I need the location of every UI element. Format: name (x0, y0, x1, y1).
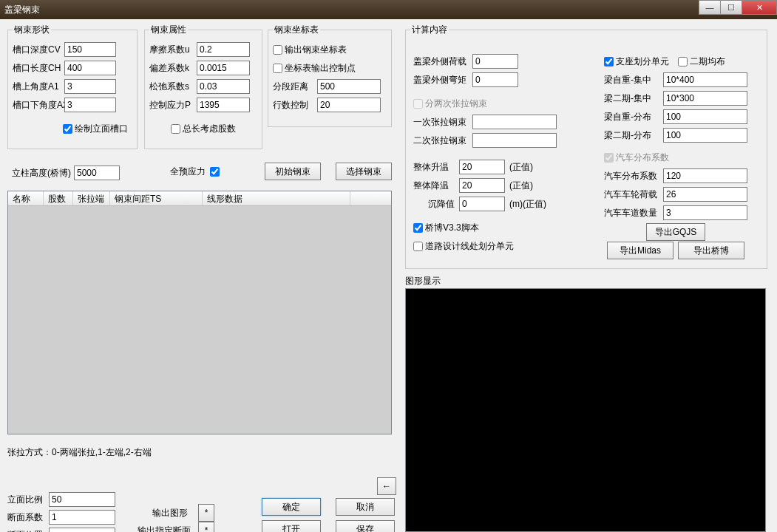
p2-dist-input[interactable] (663, 128, 747, 143)
full-prestress-check[interactable]: 全预应力 (170, 166, 222, 178)
settle-label: 沉降值 (413, 198, 459, 211)
sw-dist-label: 梁自重-分布 (604, 111, 663, 123)
sw-dist-input[interactable] (663, 109, 747, 124)
col-strands[interactable]: 股数 (44, 191, 73, 205)
second-pull-input[interactable] (472, 133, 557, 148)
out-load-input[interactable] (472, 54, 518, 69)
ratio-input[interactable] (49, 492, 115, 507)
col-name[interactable]: 名称 (8, 191, 44, 205)
ch-label: 槽口长度CH (13, 62, 64, 75)
export-midas-button[interactable]: 导出Midas (607, 242, 673, 259)
qb-script-check[interactable]: 桥博V3.3脚本 (413, 222, 479, 234)
s-input[interactable] (197, 79, 250, 94)
p-input[interactable] (197, 98, 250, 112)
support-div-check[interactable]: 支座划分单元 (604, 55, 669, 68)
group-shape: 钢束形状 槽口深度CV 槽口长度CH 槽上角度A1 槽口下角度A2 绘制立面槽口 (7, 24, 138, 149)
a2-input[interactable] (64, 98, 116, 112)
col-ts[interactable]: 钢束间距TS (110, 191, 203, 205)
display-label: 图形显示 (405, 275, 441, 287)
export-gqjs-button[interactable]: 导出GQJS (646, 223, 705, 241)
ratio-label: 立面比例 (7, 494, 49, 506)
p2-conc-label: 梁二期-集中 (604, 92, 663, 105)
temp-up-label: 整体升温 (413, 161, 459, 174)
first-pull-label: 一次张拉钢束 (413, 116, 472, 129)
out-fig-label: 输出图形 (152, 508, 188, 518)
rows-label: 行数控制 (273, 99, 317, 112)
out-fig-button[interactable]: * (198, 504, 214, 522)
col-pullend[interactable]: 张拉端 (73, 191, 110, 205)
out-load-label: 盖梁外侧荷载 (413, 55, 472, 68)
list-header: 名称 股数 张拉端 钢束间距TS 线形数据 (8, 191, 391, 206)
out-moment-input[interactable] (472, 72, 518, 87)
draw-slot-check[interactable]: 绘制立面槽口 (63, 123, 128, 135)
second-pull-label: 二次张拉钢束 (413, 134, 472, 147)
sec-coef-label: 断面系数 (7, 511, 49, 524)
cv-label: 槽口深度CV (13, 44, 64, 56)
attr-legend: 钢束属性 (149, 24, 188, 36)
settle-input[interactable] (459, 197, 505, 211)
export-qb-button[interactable]: 导出桥博 (678, 242, 744, 259)
ok-button[interactable]: 确定 (262, 498, 321, 516)
group-attr: 钢束属性 摩擦系数u 偏差系数k 松弛系数s 控制应力P 总长考虑股数 (144, 24, 262, 149)
coord-legend: 钢束坐标表 (273, 24, 320, 36)
wheel-label: 汽车车轮荷载 (604, 188, 663, 201)
seg-input[interactable] (317, 79, 381, 94)
pier-h-label: 立柱高度(桥博) (12, 167, 71, 180)
a1-label: 槽上角度A1 (13, 81, 64, 93)
lanes-label: 汽车车道数量 (604, 207, 663, 219)
group-coord: 钢束坐标表 输出钢束坐标表 坐标表输出控制点 分段距离 行数控制 (268, 24, 392, 127)
veh-dist-check: 汽车分布系数 (604, 151, 669, 164)
road-line-check[interactable]: 道路设计线处划分单元 (413, 240, 514, 253)
k-input[interactable] (197, 61, 250, 75)
arrow-button[interactable]: ← (377, 477, 396, 495)
out-moment-label: 盖梁外侧弯矩 (413, 74, 472, 86)
ctrl-pt-check[interactable]: 坐标表输出控制点 (273, 62, 356, 75)
mu-input[interactable] (197, 42, 250, 57)
temp-dn-input[interactable] (459, 178, 505, 193)
maximize-button[interactable]: ☐ (720, 0, 742, 15)
first-pull-input[interactable] (472, 115, 557, 129)
col-shape[interactable]: 线形数据 (203, 191, 350, 205)
temp-up-input[interactable] (459, 160, 505, 174)
mu-label: 摩擦系数u (149, 44, 197, 56)
sw-conc-input[interactable] (663, 72, 747, 87)
out-spec-label: 输出指定断面 (138, 525, 191, 532)
save-button[interactable]: 保存 (336, 520, 395, 532)
bundle-list[interactable]: 名称 股数 张拉端 钢束间距TS 线形数据 (7, 191, 392, 434)
lanes-input[interactable] (663, 205, 747, 220)
select-bundle-button[interactable]: 选择钢束 (336, 163, 392, 180)
init-bundle-button[interactable]: 初始钢束 (265, 163, 321, 180)
out-spec-button[interactable]: * (198, 522, 214, 532)
pier-h-input[interactable] (74, 166, 120, 180)
veh-coef-input[interactable] (663, 168, 747, 183)
phase2-uni-check[interactable]: 二期均布 (678, 55, 725, 68)
sw-conc-label: 梁自重-集中 (604, 74, 663, 86)
shape-legend: 钢束形状 (13, 24, 51, 36)
open-button[interactable]: 打开 (262, 520, 321, 532)
sec-pos-label: 断面位置 (7, 529, 49, 533)
strand-check[interactable]: 总长考虑股数 (171, 123, 236, 135)
out-table-check[interactable]: 输出钢束坐标表 (273, 44, 347, 56)
a1-input[interactable] (64, 79, 116, 94)
k-label: 偏差系数k (149, 62, 197, 75)
sec-coef-input[interactable] (49, 510, 115, 525)
cancel-button[interactable]: 取消 (336, 498, 395, 516)
window-title: 盖梁钢束 (4, 4, 40, 16)
ch-input[interactable] (64, 61, 116, 75)
veh-coef-label: 汽车分布系数 (604, 170, 663, 183)
sec-pos-input[interactable] (49, 528, 115, 532)
calc-legend: 计算内容 (410, 24, 449, 36)
minimize-button[interactable]: — (699, 0, 721, 15)
cv-input[interactable] (64, 42, 116, 57)
seg-label: 分段距离 (273, 81, 317, 93)
group-calc: 计算内容 盖梁外侧荷载 盖梁外侧弯矩 分两次张拉钢束 一次张拉钢束 二次张拉钢束… (405, 24, 767, 269)
wheel-input[interactable] (663, 187, 747, 202)
p2-dist-label: 梁二期-分布 (604, 129, 663, 142)
close-button[interactable]: ✕ (742, 0, 777, 15)
titlebar: 盖梁钢束 — ☐ ✕ (0, 0, 777, 19)
p2-conc-input[interactable] (663, 91, 747, 106)
pull-mode-note: 张拉方式：0-两端张拉,1-左端,2-右端 (7, 446, 152, 459)
graphics-canvas[interactable] (405, 288, 766, 532)
temp-dn-label: 整体降温 (413, 180, 459, 192)
rows-input[interactable] (317, 98, 381, 112)
